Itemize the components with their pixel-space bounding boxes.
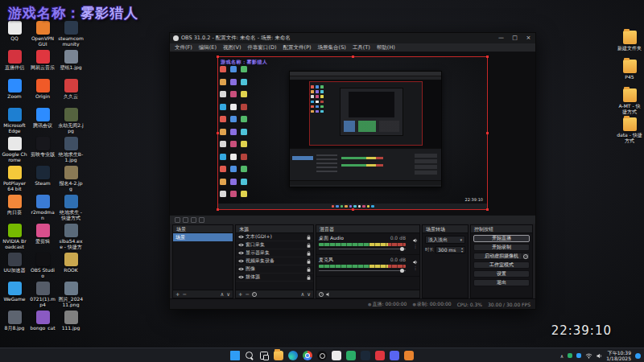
scene-up-button[interactable]: ∧ [220, 290, 224, 298]
source-item[interactable]: 窗口采集 [236, 241, 313, 249]
source-properties-gear-icon[interactable] [252, 292, 257, 297]
desktop-icon[interactable]: Origin [30, 79, 56, 106]
desktop-icon[interactable]: WeGame [2, 282, 27, 309]
desktop-icon[interactable]: UU加速器 [2, 253, 27, 280]
desktop-icon[interactable]: 壁纸1.jpg [58, 50, 84, 77]
source-item[interactable]: 图像 [236, 265, 313, 274]
control-button[interactable]: 开始录制 [473, 244, 530, 251]
visibility-eye-icon[interactable] [238, 243, 244, 247]
volume-icon[interactable] [597, 353, 602, 359]
volume-slider-knob[interactable] [400, 247, 404, 251]
source-item[interactable]: 媒体源 [236, 274, 313, 282]
preview-display-capture[interactable]: 游戏名称：雾影猎人 [218, 57, 487, 209]
selection-handle[interactable] [352, 56, 354, 58]
desktop-icon[interactable]: OBS Studio [30, 253, 56, 280]
selection-handle[interactable] [486, 208, 489, 211]
spin-down-icon[interactable]: ▾ [461, 250, 463, 253]
desktop-icon[interactable]: 向日葵 [2, 195, 27, 222]
source-toolbar-icon[interactable] [191, 217, 196, 223]
control-button[interactable]: 工作室模式 [473, 261, 530, 269]
add-source-button[interactable]: + [238, 290, 242, 298]
menu-item[interactable]: 场景集合(S) [315, 44, 349, 51]
selection-handle[interactable] [217, 208, 219, 211]
taskbar-icon-app-orange[interactable] [404, 351, 414, 360]
taskbar-icon-discord[interactable] [390, 351, 399, 360]
desktop-icon[interactable]: 腾讯会议 [30, 108, 56, 135]
control-button[interactable]: 设置 [473, 270, 530, 278]
desktop-icon[interactable]: OpenVPN GUI [30, 21, 56, 48]
menu-item[interactable]: 帮助(H) [374, 44, 398, 51]
desktop-icon[interactable]: A-MT - 快捷方式 [617, 88, 642, 116]
tray-app-icon[interactable] [576, 353, 581, 358]
taskbar-icon-wechat[interactable] [346, 351, 356, 360]
lock-icon[interactable] [307, 275, 311, 280]
desktop-icon[interactable]: NVIDIA Broadcast [2, 224, 27, 251]
taskbar-icon-netease-music[interactable] [375, 351, 385, 360]
selection-handle[interactable] [352, 208, 354, 211]
taskbar-icon-explorer[interactable] [274, 351, 283, 360]
desktop-icon[interactable]: 久久云 [58, 79, 84, 106]
lock-icon[interactable] [307, 243, 311, 248]
desktop-icon[interactable]: bongo_cat [30, 311, 56, 338]
desktop-icon[interactable]: Steam [30, 166, 56, 193]
desktop-icon[interactable]: Microsoft Edge [2, 108, 27, 135]
notification-badge[interactable] [635, 353, 641, 359]
taskbar-icon-edge[interactable] [288, 351, 298, 360]
selection-handle[interactable] [217, 56, 219, 58]
desktop-icon[interactable]: ROOK [58, 253, 84, 280]
desktop-icon[interactable]: slba54.exe - 快捷方式 [58, 224, 84, 251]
tray-expand-chevron-icon[interactable]: ∧ [560, 353, 564, 359]
volume-slider[interactable] [319, 268, 406, 274]
source-down-button[interactable]: ∨ [307, 290, 311, 298]
tray-clock[interactable]: 下午10:39 1/18/2025 [606, 350, 631, 361]
source-toolbar-icon[interactable] [175, 217, 180, 223]
advanced-audio-gear-icon[interactable] [319, 292, 324, 297]
control-button[interactable]: 开始直播 [473, 235, 530, 242]
source-item[interactable]: 显示器采集 [236, 249, 313, 257]
desktop-icon[interactable]: P45 [617, 60, 642, 87]
desktop-icon[interactable]: Zoom [2, 79, 27, 106]
speaker-icon[interactable] [413, 238, 418, 243]
remove-source-button[interactable]: − [245, 290, 249, 298]
volume-slider-knob[interactable] [400, 269, 404, 273]
scene-down-button[interactable]: ∨ [226, 290, 230, 298]
wifi-icon[interactable] [585, 353, 592, 359]
desktop-icon[interactable]: 报名4-2.jpg [58, 166, 84, 193]
desktop-icon[interactable]: 绝地求生 - 快捷方式 [58, 195, 84, 222]
taskbar-icon-steam[interactable] [361, 351, 370, 360]
taskbar-icon-qq[interactable] [332, 351, 341, 360]
source-toolbar-icon[interactable] [199, 217, 204, 223]
desktop-icon[interactable]: 绝地求生B-1.jpg [58, 137, 84, 164]
visibility-eye-icon[interactable] [238, 267, 244, 271]
obs-titlebar[interactable]: OBS 31.0.2 - 配置文件: 未命名 - 场景: 未命名 — □ × [170, 33, 535, 43]
speaker-icon[interactable] [326, 292, 331, 297]
visibility-eye-icon[interactable] [238, 275, 244, 279]
desktop-icon[interactable]: 8月8.jpg [2, 311, 27, 338]
desktop-icon[interactable]: r2modman [30, 195, 56, 222]
tray-wechat-icon[interactable] [568, 353, 572, 358]
desktop-icon[interactable]: Google Chrome [2, 137, 27, 164]
menu-item[interactable]: 工具(T) [349, 44, 374, 51]
selection-handle[interactable] [486, 56, 489, 58]
visibility-eye-icon[interactable] [238, 235, 244, 239]
source-toolbar-icon[interactable] [183, 217, 188, 223]
desktop-icon[interactable]: 直播伴侣 [2, 50, 27, 77]
desktop-icon[interactable]: 0721(1).mp4 [30, 282, 56, 309]
lock-icon[interactable] [307, 267, 311, 272]
channel-options-dots-icon[interactable]: ⋮ [414, 245, 418, 249]
desktop-icon[interactable]: 永劫无间2.jpg [58, 108, 84, 135]
remove-scene-button[interactable]: − [182, 290, 186, 298]
minimize-button[interactable]: — [494, 33, 508, 43]
desktop-icon[interactable]: 111.jpg [58, 311, 84, 338]
virtual-camera-settings-gear-icon[interactable] [522, 253, 529, 259]
desktop-icon[interactable]: 爱剪辑 [30, 224, 56, 251]
menu-item[interactable]: 配置文件(P) [280, 44, 315, 51]
desktop-icon[interactable]: 网易云音乐 [30, 50, 56, 77]
source-up-button[interactable]: ∧ [300, 290, 304, 298]
desktop-icon[interactable]: QQ [2, 21, 27, 48]
desktop-icon[interactable]: data - 快捷方式 [617, 117, 642, 145]
maximize-button[interactable]: □ [508, 33, 522, 43]
menu-item[interactable]: 停靠窗口(D) [245, 44, 280, 51]
control-button[interactable]: 退出 [473, 279, 530, 286]
speaker-icon[interactable] [413, 260, 418, 265]
